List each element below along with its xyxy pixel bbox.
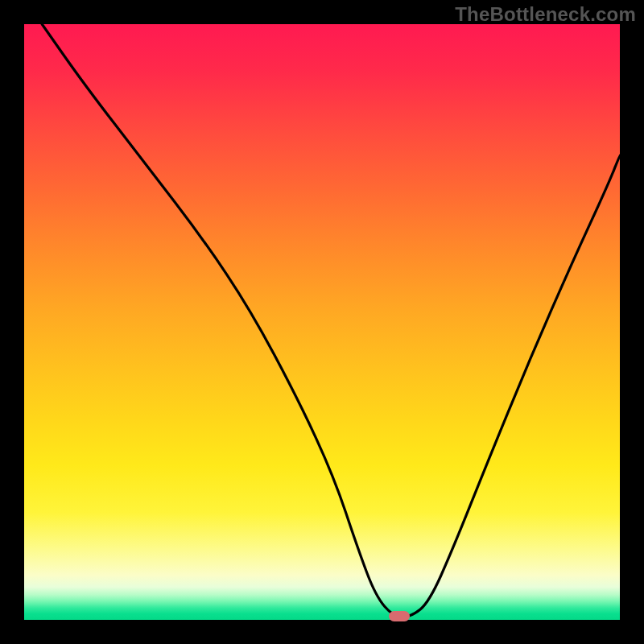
plot-area [24,24,620,620]
bottleneck-curve [24,24,620,620]
chart-root: TheBottleneck.com [0,0,644,644]
optimal-marker [389,611,410,621]
watermark-text: TheBottleneck.com [455,3,636,26]
